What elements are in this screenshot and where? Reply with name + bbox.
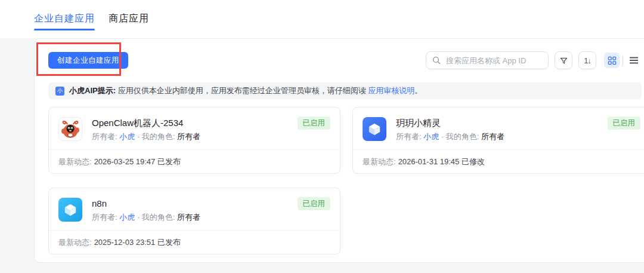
app-card-openclaw[interactable]: OpenClaw机器人-2534 所有者: 小虎 · 我的角色: 所有者 已启用… [48, 107, 340, 174]
notice-banner: 小 小虎AIP提示: 应用仅供本企业内部使用，应用发布需经过企业管理员审核，请仔… [48, 82, 642, 99]
app-card-n8n[interactable]: n8n 所有者: 小虎 · 我的角色: 所有者 已启用 最新动态: 2025-1… [48, 188, 340, 254]
create-app-button[interactable]: 创建企业自建应用 [48, 52, 128, 69]
notice-suffix: 。 [414, 86, 422, 95]
card-text-block: 玥玥小精灵 所有者: 小虎 · 我的角色: 所有者 [396, 117, 504, 149]
card-activity: 最新动态: 2025-12-03 23:51 已发布 [49, 230, 340, 254]
owner-label: 所有者: [92, 213, 117, 222]
activity-label: 最新动态: [58, 157, 92, 167]
tab-store-apps[interactable]: 商店应用 [109, 13, 149, 30]
role-value: 所有者 [177, 132, 200, 141]
app-search-box[interactable] [426, 51, 549, 69]
app-card-yueyue[interactable]: 玥玥小精灵 所有者: 小虎 · 我的角色: 所有者 已启用 最新动态: 2026… [352, 107, 644, 174]
activity-value: 2026-01-31 19:45 已修改 [398, 157, 485, 167]
search-input[interactable] [445, 56, 542, 66]
card-head: n8n 所有者: 小虎 · 我的角色: 所有者 已启用 [49, 188, 340, 230]
owner-label: 所有者: [396, 132, 422, 141]
activity-label: 最新动态: [58, 237, 92, 248]
card-head: OpenClaw机器人-2534 所有者: 小虎 · 我的角色: 所有者 已启用 [49, 108, 340, 149]
activity-value: 2026-03-25 19:47 已发布 [94, 157, 181, 167]
card-text-block: n8n 所有者: 小虎 · 我的角色: 所有者 [92, 198, 200, 230]
notice-avatar: 小 [55, 87, 64, 96]
app-owner-line: 所有者: 小虎 · 我的角色: 所有者 [396, 131, 504, 142]
notice-message: 应用仅供本企业内部使用，应用发布需经过企业管理员审核，请仔细阅读 [118, 86, 366, 95]
app-owner-line: 所有者: 小虎 · 我的角色: 所有者 [92, 131, 200, 142]
page-header: 企业自建应用 商店应用 [0, 0, 644, 38]
role-label: 我的角色: [446, 132, 479, 141]
filter-button[interactable] [555, 51, 572, 69]
sort-order-icon: 1↓ [584, 56, 591, 65]
role-value: 所有者 [177, 213, 200, 222]
toolbar: 创建企业自建应用 1↓ [48, 51, 642, 69]
dot-separator: · [137, 213, 140, 222]
card-text-block: OpenClaw机器人-2534 所有者: 小虎 · 我的角色: 所有者 [92, 117, 200, 149]
list-view-button[interactable] [626, 53, 642, 68]
dot-separator: · [441, 132, 444, 141]
role-label: 我的角色: [142, 213, 175, 222]
owner-name-link[interactable]: 小虎 [119, 132, 135, 141]
owner-label: 所有者: [92, 132, 117, 141]
notice-text: 小虎AIP提示: 应用仅供本企业内部使用，应用发布需经过企业管理员审核，请仔细阅… [69, 85, 422, 96]
card-activity: 最新动态: 2026-01-31 19:45 已修改 [353, 149, 644, 174]
sort-button[interactable]: 1↓ [578, 51, 596, 69]
grid-view-icon [608, 56, 617, 65]
app-title: OpenClaw机器人-2534 [92, 117, 200, 128]
tab-self-built-apps[interactable]: 企业自建应用 [34, 13, 95, 30]
app-type-tabs: 企业自建应用 商店应用 [34, 13, 149, 30]
filter-funnel-icon [559, 56, 568, 65]
notice-bold-prefix: 小虎AIP提示: [69, 86, 116, 95]
app-owner-line: 所有者: 小虎 · 我的角色: 所有者 [92, 212, 200, 223]
status-badge: 已启用 [298, 197, 331, 210]
app-list-panel: 创建企业自建应用 1↓ [34, 38, 644, 263]
view-switcher [604, 53, 642, 68]
owner-name-link[interactable]: 小虎 [423, 132, 439, 141]
app-card-grid: OpenClaw机器人-2534 所有者: 小虎 · 我的角色: 所有者 已启用… [48, 107, 642, 254]
view-switcher-divider [623, 56, 623, 65]
search-icon [432, 56, 441, 65]
openclaw-mascot-avatar [58, 117, 82, 141]
cube-app-avatar [363, 117, 386, 141]
app-title: n8n [92, 198, 200, 209]
list-view-icon [629, 56, 639, 65]
card-head: 玥玥小精灵 所有者: 小虎 · 我的角色: 所有者 已启用 [353, 108, 644, 149]
status-badge: 已启用 [608, 116, 641, 130]
grid-view-button[interactable] [604, 53, 620, 68]
role-label: 我的角色: [142, 132, 175, 141]
activity-label: 最新动态: [363, 157, 396, 167]
dot-separator: · [137, 132, 140, 141]
cube-app-avatar [58, 198, 82, 222]
app-title: 玥玥小精灵 [396, 117, 504, 128]
role-value: 所有者 [481, 132, 504, 141]
review-guide-link[interactable]: 应用审核说明 [368, 86, 414, 95]
toolbar-right-group: 1↓ [426, 51, 642, 69]
card-activity: 最新动态: 2026-03-25 19:47 已发布 [49, 149, 340, 174]
owner-name-link[interactable]: 小虎 [119, 213, 135, 222]
activity-value: 2025-12-03 23:51 已发布 [94, 237, 181, 248]
status-badge: 已启用 [298, 116, 331, 130]
